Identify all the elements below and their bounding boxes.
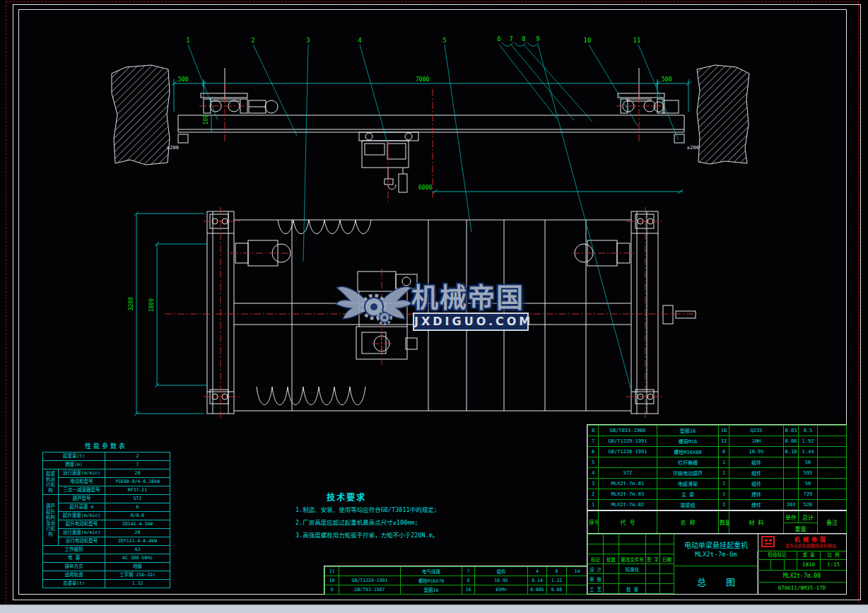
param-label: 起重量(t) — [43, 453, 105, 461]
bom-header-code: 代 号 — [599, 510, 657, 534]
bom-no: 7 — [588, 436, 599, 447]
param-group-hoist: 葫芦起升机构及运行机构 — [43, 495, 59, 546]
bom-unit-weight — [784, 489, 799, 500]
dim-3200: 3200 — [128, 297, 134, 310]
sig-cell — [588, 544, 604, 554]
param-row: 工作级别A3 — [43, 546, 170, 554]
sig-cell — [660, 535, 674, 544]
bom-code: GB/T1228-1991 — [339, 576, 401, 585]
param-value: 6 — [105, 503, 170, 512]
role-process: 工 艺 — [588, 584, 604, 594]
bom-note — [567, 585, 588, 595]
sig-cell — [604, 535, 619, 544]
stage-cell — [757, 559, 770, 570]
param-row: 跨度(m)7 — [43, 461, 170, 469]
param-value: A3 — [105, 546, 170, 554]
param-row: 葫芦起升机构及运行机构葫芦型号ST2 — [43, 495, 170, 503]
sig-cell — [588, 535, 604, 544]
callout-7: 7 — [505, 35, 517, 42]
bom-header-weight: 重量 — [784, 523, 818, 534]
sig-cell — [660, 544, 674, 554]
bom-row: 10GB/T1228-1991螺栓M16X70810.9S0.141.12 — [325, 576, 588, 585]
stage-mark-label: 阶段标记 — [757, 551, 797, 559]
sig-row — [588, 535, 674, 544]
bom-total-weight: 1.44 — [799, 447, 818, 457]
bom-total-weight: 595 — [799, 468, 818, 479]
bom-material: 组件 — [729, 468, 784, 479]
structure-lines — [178, 68, 696, 414]
bom-qty: 1 — [719, 468, 729, 479]
bom-row: 11电气线路7组件4814 — [325, 567, 588, 576]
title-block-middle: 电动单梁悬挂起重机 MLX2t-7m-6m 总 图 — [674, 534, 758, 594]
param-value: YSE80-8/4-0.18kW — [105, 478, 170, 486]
weight-label: 重 量 — [797, 551, 820, 559]
bom-header-note: 备注 — [818, 510, 847, 534]
param-row: 起升电动机型号ZD141-4-3kW — [43, 520, 170, 529]
bom-no: 4 — [588, 468, 599, 479]
bom-part-name: 垫圈16 — [657, 426, 719, 436]
bom-no: 9 — [325, 585, 339, 595]
sig-row: 审 核 — [588, 574, 674, 584]
bom-code: GB/T853-1988 — [599, 426, 657, 436]
sig-cell — [646, 584, 660, 594]
dim-1800: 1800 — [148, 298, 155, 312]
param-row: 电动机型号YSE80-8/4-0.18kW — [43, 478, 170, 486]
rev-mark-label: 标记 — [588, 554, 604, 564]
param-label: 葫芦型号 — [59, 495, 105, 503]
bom-header-material: 材 料 — [729, 510, 784, 534]
role-approve: 批 准 — [619, 584, 646, 594]
param-label: 起升速度(m/min) — [59, 512, 105, 520]
bom-no: 3 — [588, 479, 599, 489]
param-label: 跨度(m) — [43, 461, 105, 469]
bom-material: 组件 — [729, 479, 784, 489]
bom-row: 1MLX2t-7m.02端梁组2焊件263526 — [588, 500, 847, 511]
param-table: 起重量(t)2 跨度(m)7 起重机运行机构运行速度(m/min)20 电动机型… — [42, 452, 170, 588]
callout-8: 8 — [518, 35, 529, 42]
scale-value: 1:15 — [820, 559, 846, 570]
bom-total-weight: 8 — [547, 567, 567, 576]
param-value: 2 — [105, 453, 170, 461]
param-label: 运行速度(m/min) — [59, 469, 105, 478]
bom-part-name: 螺母M16 — [657, 436, 719, 447]
stage-cell — [784, 559, 797, 570]
param-value: ZD141-4-3kW — [105, 520, 170, 529]
callout-10: 10 — [582, 37, 593, 44]
sig-cell — [604, 564, 619, 574]
callout-leaders — [188, 42, 679, 393]
param-label: 总重量(t) — [43, 580, 105, 588]
bom-note — [818, 426, 847, 436]
sheet-title: 总 图 — [674, 575, 758, 588]
sig-cell — [604, 574, 619, 584]
bom-code: MLX2t-7m.03 — [599, 489, 657, 500]
title-block-right: 机械帝国 最专业的机械图纸资料网站 阶段标记 重 量 比 例 1810 1:15… — [757, 534, 846, 594]
bom-material: Q235 — [729, 426, 784, 436]
product-model: MLX2t-7m-6m — [674, 551, 758, 558]
param-value: 7 — [105, 461, 170, 469]
bom-table-wrapper: 8GB/T853-1988垫圈1616Q2350.030.5 7GB/T1229… — [587, 424, 847, 535]
callout-4: 4 — [354, 37, 365, 44]
sig-cell — [646, 535, 660, 544]
bom-code — [339, 567, 401, 576]
bom-total-weight: 50 — [799, 479, 818, 489]
bom-qty: 16 — [462, 585, 475, 595]
bom-header-no: 序号 — [588, 510, 599, 534]
callout-9: 9 — [532, 35, 544, 42]
bom-total-weight: 0.08 — [547, 585, 567, 595]
param-row: 适用轨道工字钢 25b~32c — [43, 571, 170, 580]
bom-part-name: 螺栓M16X70 — [401, 576, 462, 585]
param-row: 运行电动机型号ZDY121-4-0.4kW — [43, 537, 170, 546]
param-label: 适用轨道 — [43, 571, 105, 580]
bom-material: 65Mn — [475, 585, 528, 595]
param-label: 三合一减速器型号 — [59, 486, 105, 495]
bom-note — [818, 489, 847, 500]
bom-total-weight: 0.5 — [799, 426, 818, 436]
bom-unit-weight — [784, 457, 799, 468]
bom-header-row: 序号 代 号 名 称 数量 材 料 单件 总计 备注 — [588, 510, 847, 523]
param-label: 运行电动机型号 — [59, 537, 105, 546]
bom-part-name: 螺栓M16X80 — [657, 447, 719, 457]
bom-part-name: 端梁组 — [657, 500, 719, 511]
param-row: 起重量(t)2 — [43, 453, 170, 461]
param-value: ZDY121-4-0.4kW — [105, 537, 170, 546]
bom-unit-weight: 0.14 — [528, 576, 547, 585]
bom-qty: 1 — [719, 479, 729, 489]
